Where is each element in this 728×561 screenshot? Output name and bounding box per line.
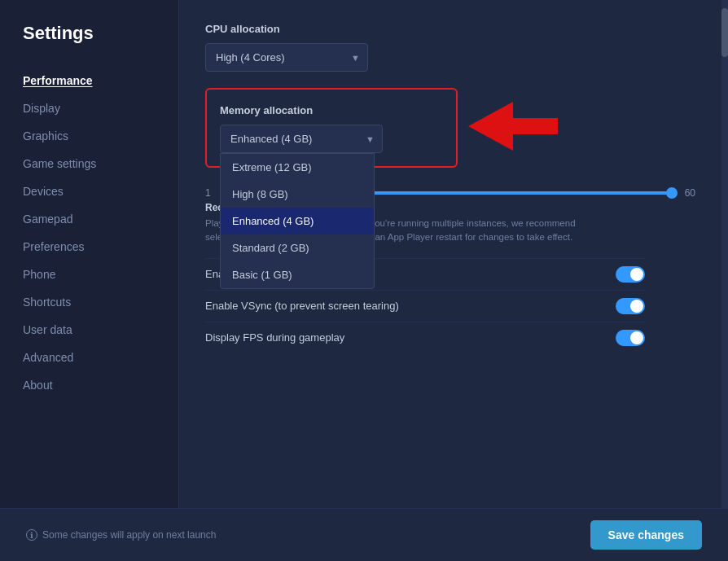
sidebar-item-gamepad[interactable]: Gamepad <box>23 205 162 233</box>
cpu-allocation-label: CPU allocation <box>205 23 695 35</box>
sidebar-item-preferences[interactable]: Preferences <box>23 233 162 261</box>
memory-dropdown-list: Extreme (12 GB)High (8 GB)Enhanced (4 GB… <box>220 153 375 289</box>
toggle-switch[interactable] <box>616 330 645 346</box>
app-title: Settings <box>23 23 162 44</box>
main-content: CPU allocation High (4 Cores) ▼ Memory a… <box>179 0 721 508</box>
toggle-knob <box>630 300 643 313</box>
toggle-switch[interactable] <box>616 266 645 283</box>
memory-option-enhanced-(4-gb)[interactable]: Enhanced (4 GB) <box>221 208 374 234</box>
sidebar-item-shortcuts[interactable]: Shortcuts <box>23 288 162 316</box>
toggle-knob <box>630 331 643 344</box>
toggle-switch[interactable] <box>616 298 645 314</box>
sidebar-item-devices[interactable]: Devices <box>23 178 162 205</box>
fps-max-label: 60 <box>684 187 695 199</box>
memory-allocation-label: Memory allocation <box>220 104 443 116</box>
cpu-select-arrow-icon: ▼ <box>351 53 360 63</box>
svg-marker-0 <box>468 102 558 151</box>
fps-min-label: 1 <box>205 187 217 199</box>
memory-option-standard-(2-gb)[interactable]: Standard (2 GB) <box>221 234 374 261</box>
memory-option-high-(8-gb)[interactable]: High (8 GB) <box>221 181 374 208</box>
memory-dropdown-container: Enhanced (4 GB) ▼ Extreme (12 GB)High (8… <box>220 125 383 153</box>
toggle-label: Display FPS during gameplay <box>205 331 344 344</box>
cpu-allocation-value: High (4 Cores) <box>216 51 285 64</box>
sidebar-item-display[interactable]: Display <box>23 94 162 122</box>
sidebar-item-phone[interactable]: Phone <box>23 261 162 288</box>
memory-allocation-select[interactable]: Enhanced (4 GB) ▼ <box>220 125 383 153</box>
red-arrow-indicator <box>468 102 558 154</box>
toggle-knob <box>630 268 643 281</box>
scrollbar-thumb[interactable] <box>721 8 728 57</box>
info-icon: ℹ <box>26 529 37 541</box>
save-changes-button[interactable]: Save changes <box>590 520 702 550</box>
footer: ℹ Some changes will apply on next launch… <box>0 508 728 561</box>
scrollbar[interactable] <box>721 0 728 508</box>
sidebar-item-performance[interactable]: Performance <box>23 67 162 94</box>
toggle-label: Enable VSync (to prevent screen tearing) <box>205 300 399 312</box>
sidebar-item-user-data[interactable]: User data <box>23 316 162 344</box>
sidebar-item-graphics[interactable]: Graphics <box>23 122 162 150</box>
sidebar-item-about[interactable]: About <box>23 371 162 399</box>
footer-note-text: Some changes will apply on next launch <box>42 529 216 541</box>
footer-note: ℹ Some changes will apply on next launch <box>26 529 216 541</box>
cpu-allocation-select[interactable]: High (4 Cores) ▼ <box>205 43 368 72</box>
sidebar: Settings PerformanceDisplayGraphicsGame … <box>0 0 179 508</box>
sidebar-item-game-settings[interactable]: Game settings <box>23 150 162 178</box>
memory-allocation-value: Enhanced (4 GB) <box>230 133 312 145</box>
memory-select-arrow-icon: ▼ <box>366 134 375 144</box>
fps-slider-thumb[interactable] <box>666 187 678 199</box>
memory-allocation-section: Memory allocation Enhanced (4 GB) ▼ Extr… <box>205 88 458 168</box>
memory-option-extreme-(12-gb)[interactable]: Extreme (12 GB) <box>221 154 374 181</box>
sidebar-item-advanced[interactable]: Advanced <box>23 344 162 371</box>
toggle-row: Enable VSync (to prevent screen tearing) <box>205 290 645 322</box>
cpu-allocation-select-wrapper: High (4 Cores) ▼ <box>205 43 368 72</box>
memory-option-basic-(1-gb)[interactable]: Basic (1 GB) <box>221 261 374 288</box>
toggle-row: Display FPS during gameplay <box>205 322 645 353</box>
